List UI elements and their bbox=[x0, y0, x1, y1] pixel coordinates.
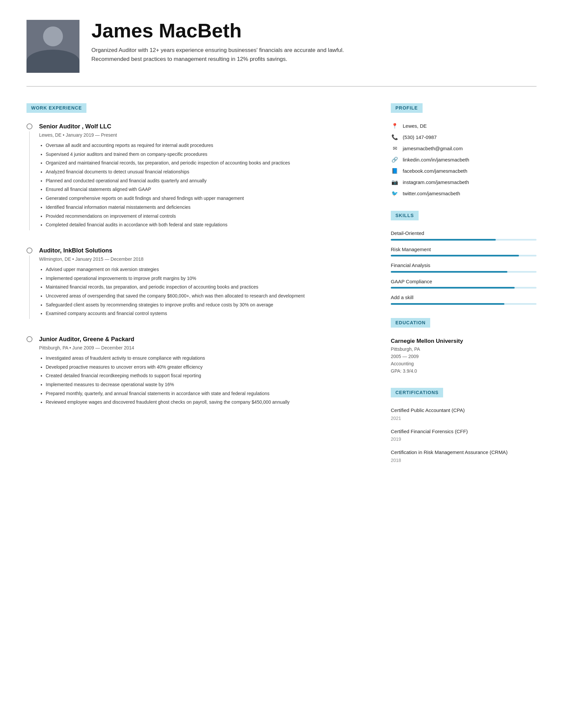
contact-text: linkedin.com/in/jamesmacbeth bbox=[403, 156, 469, 164]
job-meta: Wilmington, DE • January 2015 — December… bbox=[39, 256, 371, 263]
bullet-item: Oversaw all audit and accounting reports… bbox=[46, 142, 371, 149]
certifications-section: CERTIFICATIONS Certified Public Accounta… bbox=[391, 388, 537, 464]
bullet-item: Advised upper management on risk aversio… bbox=[46, 266, 371, 273]
job-title: Senior Auditor , Wolf LLC bbox=[39, 122, 371, 131]
job-timeline bbox=[26, 246, 32, 319]
edu-city: Pittsburgh, PA bbox=[391, 346, 537, 353]
edu-years: 2005 — 2009 bbox=[391, 353, 537, 360]
cert-item: Certified Financial Forensics (CFF) 2019 bbox=[391, 428, 537, 443]
linkedin-icon: 🔗 bbox=[391, 156, 399, 164]
bullet-item: Analyzed financial documents to detect u… bbox=[46, 168, 371, 176]
bullet-item: Implemented operational improvements to … bbox=[46, 275, 371, 282]
job-timeline bbox=[26, 335, 32, 408]
contact-linkedin: 🔗 linkedin.com/in/jamesmacbeth bbox=[391, 156, 537, 164]
job-item: Senior Auditor , Wolf LLC Lewes, DE • Ja… bbox=[26, 122, 371, 230]
bullet-item: Uncovered areas of overspending that sav… bbox=[46, 293, 371, 300]
bullet-item: Implemented measures to decrease operati… bbox=[46, 381, 371, 388]
right-column: PROFILE 📍 Lewes, DE 📞 (530) 147-0987 ✉ j… bbox=[391, 103, 537, 477]
bullet-item: Reviewed employee wages and discovered f… bbox=[46, 399, 371, 406]
skills-container: Detail-Oriented Risk Management Financia… bbox=[391, 230, 537, 305]
job-bullets: Investigated areas of fraudulent activit… bbox=[39, 355, 371, 406]
skill-bar-bg bbox=[391, 255, 537, 256]
contact-twitter: 🐦 twitter.com/jamesmacbeth bbox=[391, 190, 537, 198]
cert-year: 2018 bbox=[391, 457, 537, 464]
skill-name: Detail-Oriented bbox=[391, 230, 537, 237]
bullet-item: Supervised 4 junior auditors and trained… bbox=[46, 151, 371, 158]
cert-year: 2019 bbox=[391, 436, 537, 443]
job-line bbox=[29, 255, 30, 319]
contact-text: facebook.com/jamesmacbeth bbox=[403, 167, 467, 175]
bullet-item: Developed proactive measures to uncover … bbox=[46, 364, 371, 371]
skill-bar-fill bbox=[391, 255, 519, 256]
edu-school: Carnegie Mellon University bbox=[391, 337, 537, 345]
job-circle bbox=[26, 336, 32, 342]
certs-container: Certified Public Accountant (CPA) 2021 C… bbox=[391, 407, 537, 464]
contact-text: jamesmacbeth@gmail.com bbox=[403, 145, 463, 153]
twitter-icon: 🐦 bbox=[391, 190, 399, 198]
phone-icon: 📞 bbox=[391, 133, 399, 141]
skill-bar-bg bbox=[391, 271, 537, 273]
edu-gpa: GPA: 3.9/4.0 bbox=[391, 368, 537, 375]
cert-item: Certification in Risk Management Assuran… bbox=[391, 449, 537, 464]
skill-name: Financial Analysis bbox=[391, 262, 537, 269]
skill-bar-fill bbox=[391, 303, 504, 305]
facebook-icon: 📘 bbox=[391, 167, 399, 175]
skill-item: Add a skill bbox=[391, 294, 537, 305]
job-content: Auditor, InkBlot Solutions Wilmington, D… bbox=[39, 246, 371, 319]
main-layout: WORK EXPERIENCE Senior Auditor , Wolf LL… bbox=[26, 103, 537, 477]
instagram-icon: 📷 bbox=[391, 178, 399, 186]
cert-name: Certified Financial Forensics (CFF) bbox=[391, 428, 537, 435]
skill-item: Risk Management bbox=[391, 246, 537, 257]
job-meta: Pittsburgh, PA • June 2009 — December 20… bbox=[39, 344, 371, 351]
skill-name: Risk Management bbox=[391, 246, 537, 253]
job-bullets: Oversaw all audit and accounting reports… bbox=[39, 142, 371, 229]
contact-text: twitter.com/jamesmacbeth bbox=[403, 190, 460, 198]
bullet-item: Prepared monthly, quarterly, and annual … bbox=[46, 390, 371, 397]
edu-major: Accounting bbox=[391, 360, 537, 367]
skill-name: Add a skill bbox=[391, 294, 537, 301]
profile-label: PROFILE bbox=[391, 103, 423, 113]
skill-bar-bg bbox=[391, 303, 537, 305]
job-item: Auditor, InkBlot Solutions Wilmington, D… bbox=[26, 246, 371, 319]
job-circle bbox=[26, 248, 32, 253]
job-content: Senior Auditor , Wolf LLC Lewes, DE • Ja… bbox=[39, 122, 371, 230]
contact-text: instagram.com/jamesmacbeth bbox=[403, 179, 469, 186]
skill-bar-fill bbox=[391, 239, 496, 241]
skills-section: SKILLS Detail-Oriented Risk Management F… bbox=[391, 211, 537, 305]
cert-name: Certification in Risk Management Assuran… bbox=[391, 449, 537, 456]
bullet-item: Provided recommendations on improvement … bbox=[46, 213, 371, 220]
job-meta: Lewes, DE • January 2019 — Present bbox=[39, 132, 371, 139]
job-item: Junior Auditor, Greene & Packard Pittsbu… bbox=[26, 335, 371, 408]
contact-text: (530) 147-0987 bbox=[403, 134, 437, 141]
contact-container: 📍 Lewes, DE 📞 (530) 147-0987 ✉ jamesmacb… bbox=[391, 122, 537, 198]
bullet-item: Investigated areas of fraudulent activit… bbox=[46, 355, 371, 362]
bullet-item: Identified financial information materia… bbox=[46, 204, 371, 211]
profile-section: PROFILE 📍 Lewes, DE 📞 (530) 147-0987 ✉ j… bbox=[391, 103, 537, 198]
location-icon: 📍 bbox=[391, 122, 399, 130]
bullet-item: Created detailed financial recordkeeping… bbox=[46, 372, 371, 380]
job-line bbox=[29, 131, 30, 230]
job-bullets: Advised upper management on risk aversio… bbox=[39, 266, 371, 317]
cert-year: 2021 bbox=[391, 415, 537, 422]
job-title: Junior Auditor, Greene & Packard bbox=[39, 335, 371, 344]
jobs-container: Senior Auditor , Wolf LLC Lewes, DE • Ja… bbox=[26, 122, 371, 408]
contact-instagram: 📷 instagram.com/jamesmacbeth bbox=[391, 178, 537, 186]
resume-container: James MacBeth Organized Auditor with 12+… bbox=[0, 0, 563, 728]
left-column: WORK EXPERIENCE Senior Auditor , Wolf LL… bbox=[26, 103, 371, 477]
bullet-item: Planned and conducted operational and fi… bbox=[46, 177, 371, 185]
bullet-item: Completed detailed financial audits in a… bbox=[46, 221, 371, 229]
job-timeline bbox=[26, 122, 32, 230]
cert-name: Certified Public Accountant (CPA) bbox=[391, 407, 537, 414]
candidate-subtitle: Organized Auditor with 12+ years experie… bbox=[91, 46, 363, 64]
bullet-item: Generated comprehensive reports on audit… bbox=[46, 195, 371, 202]
bullet-item: Ensured all financial statements aligned… bbox=[46, 186, 371, 193]
header-section: James MacBeth Organized Auditor with 12+… bbox=[26, 20, 537, 87]
header-text: James MacBeth Organized Auditor with 12+… bbox=[91, 20, 537, 64]
skills-label: SKILLS bbox=[391, 211, 419, 220]
bullet-item: Examined company accounts and financial … bbox=[46, 310, 371, 317]
skill-item: Detail-Oriented bbox=[391, 230, 537, 241]
skill-bar-bg bbox=[391, 239, 537, 241]
bullet-item: Organized and maintained financial recor… bbox=[46, 159, 371, 167]
avatar bbox=[26, 20, 79, 73]
skill-item: GAAP Compliance bbox=[391, 278, 537, 289]
